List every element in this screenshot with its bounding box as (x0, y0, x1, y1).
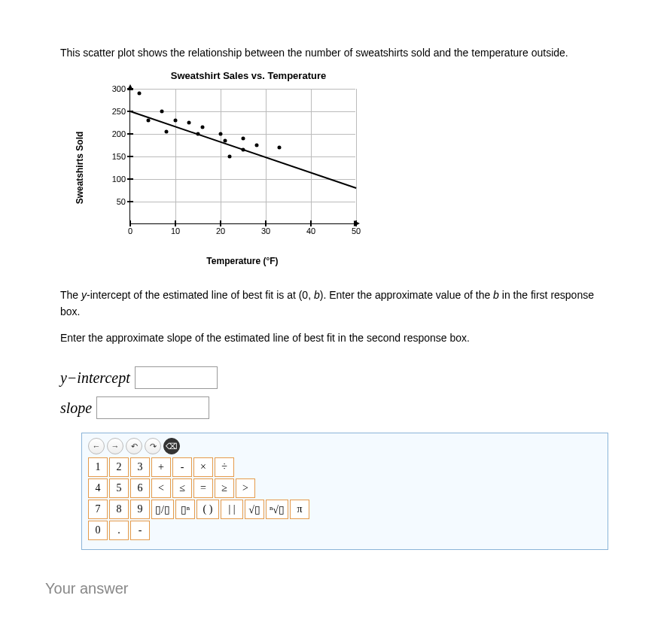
keypad-button[interactable]: = (193, 478, 213, 498)
keypad-button[interactable]: 4 (88, 478, 108, 498)
data-point (196, 132, 200, 136)
keypad-button[interactable]: 2 (109, 457, 129, 477)
keypad-button[interactable]: ⁿ√▯ (266, 500, 288, 519)
data-point (278, 146, 282, 150)
x-tick-label: 10 (171, 223, 180, 235)
your-answer-label: Your answer (45, 580, 607, 597)
data-point (219, 132, 223, 136)
data-point (224, 139, 227, 143)
keypad-tool-button[interactable]: ← (88, 438, 105, 454)
data-point (255, 144, 259, 147)
y-tick-label: 100 (112, 175, 130, 184)
keypad: ←→↶↷⌫ 123+-×÷ 456<≤=≥> 789▯/▯▯ⁿ( )| |√▯ⁿ… (81, 433, 608, 550)
gridline (130, 111, 355, 112)
keypad-button[interactable]: × (193, 457, 213, 477)
data-point (242, 148, 245, 152)
x-tick-label: 0 (128, 223, 132, 235)
keypad-button[interactable]: < (151, 478, 171, 498)
gridline (130, 134, 355, 135)
keypad-button[interactable]: - (172, 457, 192, 477)
keypad-button[interactable]: ≤ (172, 478, 192, 498)
keypad-tool-button[interactable]: → (107, 438, 123, 454)
data-point (201, 126, 205, 129)
data-point (138, 92, 142, 96)
keypad-row: 123+-×÷ (88, 457, 602, 477)
keypad-button[interactable]: 1 (88, 457, 108, 477)
chart-title: Sweatshirt Sales vs. Temperature (113, 70, 384, 81)
x-tick-label: 40 (306, 223, 315, 235)
gridline (130, 156, 355, 157)
chart: Sweatshirts Sold 01020304050501001502002… (60, 81, 376, 254)
keypad-button[interactable]: ▯ⁿ (175, 500, 195, 519)
keypad-button[interactable]: 6 (130, 478, 150, 498)
keypad-row: 456<≤=≥> (88, 478, 602, 498)
keypad-button[interactable]: ≥ (215, 478, 234, 498)
gridline (130, 202, 355, 202)
data-point (147, 119, 151, 123)
intercept-input[interactable] (135, 366, 218, 389)
y-tick-label: 300 (112, 84, 130, 93)
question-p2: Enter the approximate slope of the estim… (60, 330, 607, 347)
y-tick-label: 250 (112, 107, 130, 116)
x-tick-label: 30 (261, 223, 270, 235)
keypad-button[interactable]: > (236, 478, 255, 498)
y-tick-label: 150 (112, 152, 130, 161)
keypad-tool-button[interactable]: ↶ (126, 438, 142, 454)
intro-text: This scatter plot shows the relationship… (60, 45, 607, 61)
keypad-row: 789▯/▯▯ⁿ( )| |√▯ⁿ√▯π (88, 500, 602, 519)
gridline (356, 89, 357, 223)
x-tick-label: 20 (216, 223, 225, 235)
plot-area: 0102030405050100150200250300 (129, 89, 355, 224)
y-tick-label: 200 (112, 129, 130, 138)
x-axis-label: Temperature (°F) (129, 256, 355, 266)
data-point (242, 137, 245, 141)
keypad-button[interactable]: 7 (88, 500, 108, 519)
keypad-button[interactable]: ÷ (215, 457, 234, 477)
keypad-toolbar: ←→↶↷⌫ (88, 438, 602, 454)
input-section: y−intercept slope (60, 366, 607, 419)
keypad-tool-button[interactable]: ↷ (145, 438, 161, 454)
y-axis-label: Sweatshirts Sold (75, 132, 85, 205)
keypad-button[interactable]: | | (221, 500, 243, 519)
data-point (174, 119, 178, 123)
keypad-button[interactable]: √▯ (245, 500, 264, 519)
slope-input[interactable] (96, 396, 209, 419)
intercept-label: y−intercept (60, 369, 130, 387)
keypad-button[interactable]: . (109, 521, 129, 540)
keypad-button[interactable]: 8 (109, 500, 129, 519)
data-point (160, 110, 164, 114)
keypad-button[interactable]: - (130, 521, 150, 540)
keypad-button[interactable]: 9 (130, 500, 150, 519)
keypad-button[interactable]: 5 (109, 478, 129, 498)
slope-label: slope (60, 399, 92, 417)
question-p1: The y-intercept of the estimated line of… (60, 287, 607, 320)
data-point (165, 130, 169, 134)
y-tick-label: 50 (117, 197, 130, 206)
data-point (187, 121, 191, 125)
keypad-button[interactable]: ▯/▯ (151, 500, 174, 519)
gridline (130, 179, 355, 180)
question-block: The y-intercept of the estimated line of… (60, 287, 607, 347)
keypad-button[interactable]: 0 (88, 521, 108, 540)
keypad-tool-button[interactable]: ⌫ (163, 438, 180, 454)
keypad-button[interactable]: π (290, 500, 309, 519)
data-point (228, 155, 232, 159)
keypad-button[interactable]: ( ) (196, 500, 219, 519)
keypad-row: 0.- (88, 521, 602, 540)
gridline (130, 89, 355, 90)
keypad-button[interactable]: 3 (130, 457, 150, 477)
keypad-button[interactable]: + (151, 457, 171, 477)
x-tick-label: 50 (352, 223, 361, 235)
